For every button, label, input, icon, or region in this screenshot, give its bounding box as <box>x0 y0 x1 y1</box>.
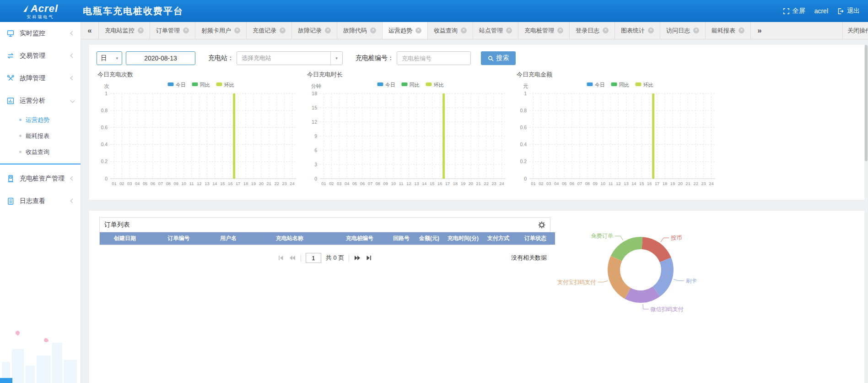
svg-text:02: 02 <box>539 181 543 186</box>
tab-能耗报表[interactable]: 能耗报表× <box>706 22 751 39</box>
tab-close-icon[interactable]: × <box>325 27 331 33</box>
chevron-left-icon <box>70 54 75 58</box>
svg-text:23: 23 <box>491 181 496 186</box>
vertical-scrollbar[interactable] <box>865 45 868 161</box>
order-table-header-row: 创建日期订单编号用户名充电站名称充电桩编号回路号金额(元)充电时间(分)支付方式… <box>100 232 555 245</box>
section-divider <box>81 200 868 211</box>
tab-故障记录[interactable]: 故障记录× <box>292 22 337 39</box>
tab-close-icon[interactable]: × <box>370 27 376 33</box>
svg-text:04: 04 <box>345 181 349 186</box>
tab-射频卡用户[interactable]: 射频卡用户× <box>195 22 247 39</box>
tab-充值记录[interactable]: 充值记录× <box>247 22 292 39</box>
sidebar-item-operation-analysis[interactable]: 运营分析 <box>0 89 81 112</box>
tabs-scroll-right-button[interactable]: » <box>751 22 768 39</box>
chart-canvas: 今日同比环比00.20.40.60.8101020304050607080910… <box>92 79 302 197</box>
svg-text:14: 14 <box>212 181 217 186</box>
station-select-placeholder: 选择充电站 <box>237 54 330 62</box>
sidebar-subitem-revenue-query[interactable]: 收益查询 <box>0 144 81 160</box>
tab-访问日志[interactable]: 访问日志× <box>660 22 706 39</box>
logo-swoosh-icon <box>23 5 29 12</box>
scroll-right-icon: » <box>757 26 761 35</box>
scroll-left-icon: « <box>87 26 92 35</box>
caret-down-icon: ▾ <box>116 56 118 60</box>
first-page-button[interactable] <box>278 255 284 261</box>
svg-text:11: 11 <box>399 181 404 186</box>
tab-充电站监控[interactable]: 充电站监控× <box>98 22 150 39</box>
station-select[interactable]: 选择充电站 ▾ <box>237 51 343 65</box>
sidebar-item-log-view[interactable]: 日志查看 <box>0 190 81 212</box>
sidebar-item-realtime-monitor[interactable]: 实时监控 <box>0 22 81 44</box>
tab-故障代码[interactable]: 故障代码× <box>337 22 383 39</box>
table-settings-button[interactable] <box>538 221 545 229</box>
last-page-button[interactable] <box>366 255 372 261</box>
svg-text:0.6: 0.6 <box>520 125 527 130</box>
sidebar-item-fault-manage[interactable]: 故障管理 <box>0 67 81 89</box>
tab-收益查询[interactable]: 收益查询× <box>428 22 473 39</box>
pie-label: 投币 <box>670 235 682 241</box>
tab-close-icon[interactable]: × <box>234 27 240 33</box>
tab-close-icon[interactable]: × <box>183 27 189 33</box>
next-page-button[interactable] <box>354 255 361 261</box>
svg-text:0.2: 0.2 <box>520 159 527 164</box>
tab-close-icon[interactable]: × <box>280 27 286 33</box>
svg-text:19: 19 <box>670 181 675 186</box>
sidebar-item-pile-asset-manage[interactable]: 充电桩资产管理 <box>0 167 81 190</box>
chevron-left-icon <box>70 31 75 36</box>
svg-text:12: 12 <box>616 181 620 186</box>
last-page-icon <box>366 255 372 261</box>
logout-button[interactable]: 退出 <box>837 7 860 15</box>
svg-text:01: 01 <box>321 181 326 186</box>
previous-page-button[interactable] <box>289 255 296 261</box>
order-table: 创建日期订单编号用户名充电站名称充电桩编号回路号金额(元)充电时间(分)支付方式… <box>100 232 555 245</box>
svg-text:0.8: 0.8 <box>101 108 108 113</box>
svg-text:0: 0 <box>524 176 527 181</box>
period-select[interactable]: 日 ▾ <box>97 51 122 65</box>
fullscreen-button[interactable]: 全屏 <box>783 7 805 15</box>
tab-close-icon[interactable]: × <box>739 27 744 33</box>
svg-text:15: 15 <box>312 105 317 110</box>
svg-text:0.4: 0.4 <box>520 142 527 147</box>
svg-text:23: 23 <box>282 181 286 186</box>
sidebar-subitem-energy-report[interactable]: 能耗报表 <box>0 128 81 144</box>
svg-text:24: 24 <box>499 181 504 186</box>
tab-运营趋势[interactable]: 运营趋势× <box>383 22 428 39</box>
svg-text:12: 12 <box>406 181 411 186</box>
tab-close-icon[interactable]: × <box>603 27 609 33</box>
monitor-icon <box>6 29 15 38</box>
butterfly-icon <box>15 330 21 336</box>
tabs-scroll-left-button[interactable]: « <box>81 22 98 39</box>
sidebar-item-trade-manage[interactable]: 交易管理 <box>0 44 81 67</box>
tab-图表统计[interactable]: 图表统计× <box>615 22 660 39</box>
exchange-icon <box>6 52 15 60</box>
svg-text:21: 21 <box>267 181 271 186</box>
tab-close-icon[interactable]: × <box>557 27 563 33</box>
page-number-input[interactable] <box>306 253 321 263</box>
tab-充电桩管理[interactable]: 充电桩管理× <box>518 22 570 39</box>
tab-站点管理[interactable]: 站点管理× <box>473 22 518 39</box>
tab-close-icon[interactable]: × <box>415 27 421 33</box>
svg-text:20: 20 <box>259 181 264 186</box>
svg-text:24: 24 <box>709 181 713 186</box>
header-actions: 全屏 acrel 退出 <box>783 7 868 15</box>
next-page-icon <box>354 255 361 261</box>
tab-close-icon[interactable]: × <box>461 27 467 33</box>
close-operations-button[interactable]: 关闭操作 <box>842 22 868 39</box>
gear-icon <box>538 221 545 229</box>
svg-text:18: 18 <box>663 181 667 186</box>
sidebar-subitem-operation-trend[interactable]: 运营趋势 <box>0 112 81 128</box>
tab-订单管理[interactable]: 订单管理× <box>150 22 195 39</box>
tab-close-icon[interactable]: × <box>648 27 654 33</box>
station-select-dropdown-button[interactable]: ▾ <box>330 52 342 65</box>
pile-number-input[interactable] <box>397 51 471 65</box>
svg-text:17: 17 <box>445 181 450 186</box>
svg-text:0: 0 <box>314 176 317 181</box>
tab-close-icon[interactable]: × <box>693 27 699 33</box>
tab-close-icon[interactable]: × <box>138 27 144 33</box>
username[interactable]: acrel <box>814 7 828 15</box>
tab-close-icon[interactable]: × <box>506 27 512 33</box>
search-button[interactable]: 搜索 <box>481 51 516 65</box>
date-input[interactable] <box>126 51 195 65</box>
column-header: 充电站名称 <box>249 232 330 245</box>
main-content: 日 ▾ 充电站： 选择充电站 ▾ 充电桩编号： 搜索 <box>81 39 868 383</box>
tab-登录日志[interactable]: 登录日志× <box>570 22 615 39</box>
